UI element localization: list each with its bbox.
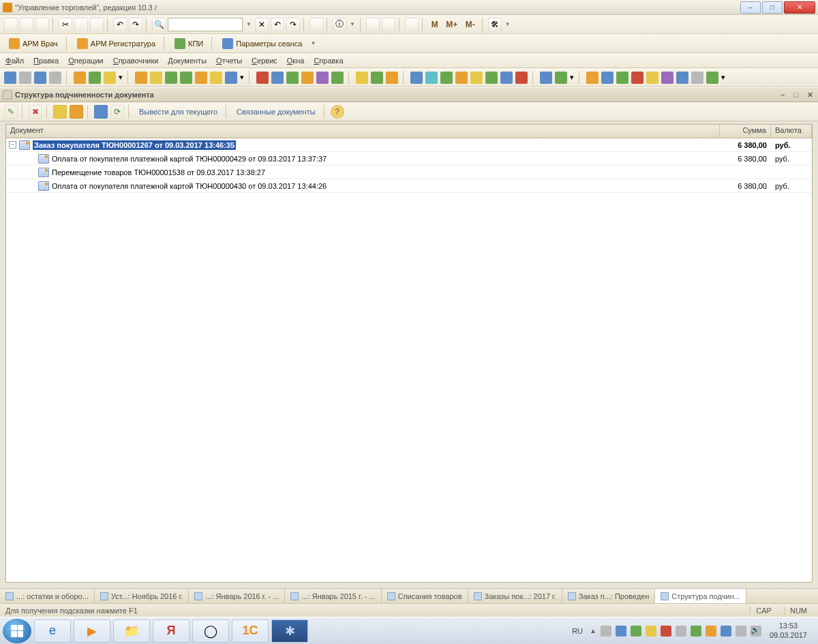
window-tab[interactable]: ...: Январь 2015 г. - ... [285, 589, 381, 603]
save-icon[interactable] [35, 18, 49, 31]
toolbar-icon[interactable] [631, 72, 643, 84]
language-indicator[interactable]: RU [569, 627, 586, 635]
tray-icon[interactable] [646, 626, 656, 637]
paste-icon[interactable] [90, 18, 104, 31]
delete-icon[interactable]: ✖ [29, 105, 42, 119]
window-tab[interactable]: Списания товаров [382, 589, 468, 603]
tray-clock[interactable]: 13:53 09.03.2017 [766, 622, 811, 639]
copy-icon[interactable] [74, 18, 88, 31]
toolbar-icon[interactable] [386, 72, 398, 84]
menu-reports[interactable]: Отчеты [216, 57, 242, 65]
window-tab[interactable]: Заказы пок...: 2017 г. [468, 589, 562, 603]
tree-toggle-icon[interactable]: − [9, 141, 16, 149]
menu-edit[interactable]: Правка [33, 57, 59, 65]
calendar-icon[interactable] [382, 18, 395, 31]
toolbar-icon[interactable] [210, 72, 222, 84]
toolbar-icon[interactable] [19, 72, 31, 84]
toolbar-icon[interactable] [225, 72, 237, 84]
menu-file[interactable]: Файл [5, 57, 24, 65]
related-docs-button[interactable]: Связанные документы [232, 108, 320, 116]
window-tab[interactable]: ...: Январь 2016 г. - ... [189, 589, 285, 603]
redo-icon[interactable]: ↷ [129, 18, 142, 31]
tray-icon[interactable] [661, 626, 671, 637]
taskbar-explorer-icon[interactable]: 📁 [113, 619, 150, 643]
taskbar-chrome-icon[interactable]: ◯ [192, 619, 229, 643]
grid-body[interactable]: −Заказ покупателя ТЮН00001267 от 09.03.2… [6, 138, 812, 582]
toolbar-icon[interactable] [601, 72, 614, 84]
info-icon[interactable]: ⓘ [333, 18, 346, 31]
menu-windows[interactable]: Окна [287, 57, 305, 65]
toolbar-icon[interactable] [440, 72, 453, 84]
import-icon[interactable] [70, 105, 83, 119]
show-current-button[interactable]: Вывести для текущего [135, 108, 222, 116]
export-icon[interactable] [53, 105, 67, 119]
clear-search-icon[interactable]: ✕ [255, 18, 269, 31]
toolbar-icon[interactable] [500, 72, 513, 84]
table-row[interactable]: Оплата от покупателя платежной картой ТЮ… [6, 179, 812, 193]
menu-service[interactable]: Сервис [252, 57, 277, 65]
arm-registry-button[interactable]: АРМ Регистратура [72, 36, 160, 51]
toolbar-icon[interactable] [256, 72, 269, 84]
nav-fwd-icon[interactable]: ↷ [286, 18, 300, 31]
search-icon[interactable]: 🔍 [152, 18, 166, 31]
menu-directories[interactable]: Справочники [113, 57, 159, 65]
toolbar-icon[interactable] [286, 72, 299, 84]
maximize-button[interactable]: □ [762, 1, 783, 14]
taskbar-ie-icon[interactable]: e [34, 619, 71, 643]
menu-operations[interactable]: Операции [68, 57, 103, 65]
tray-icon[interactable] [676, 626, 686, 637]
toolbar-icon[interactable] [331, 72, 344, 84]
toolbar-icon[interactable] [195, 72, 207, 84]
tray-icon[interactable] [616, 626, 626, 637]
toolbar-icon[interactable] [425, 72, 438, 84]
menu-documents[interactable]: Документы [168, 57, 207, 65]
new-icon[interactable] [4, 18, 18, 31]
toolbar-icon[interactable] [616, 72, 628, 84]
search-input[interactable] [168, 18, 243, 31]
toolbar-icon[interactable] [316, 72, 329, 84]
tray-icon[interactable] [631, 626, 641, 637]
toolbar-icon[interactable] [180, 72, 192, 84]
calc-icon[interactable] [366, 18, 380, 31]
arm-doctor-button[interactable]: АРМ Врач [4, 36, 63, 51]
toolbar-icon[interactable] [271, 72, 284, 84]
table-row[interactable]: Перемещение товаров ТЮН00001538 от 09.03… [6, 166, 812, 179]
panel-minimize-icon[interactable]: – [777, 90, 788, 99]
start-button[interactable] [3, 619, 31, 643]
toolbar-icon[interactable] [706, 72, 718, 84]
tray-volume-icon[interactable]: 🔊 [751, 626, 761, 637]
toolbar-icon[interactable] [150, 72, 162, 84]
column-sum[interactable]: Сумма [720, 125, 771, 138]
window-tab[interactable]: ...: остатки и оборо... [0, 589, 95, 603]
menu-help[interactable]: Справка [314, 57, 343, 65]
tray-network-icon[interactable] [736, 626, 746, 637]
window-tab[interactable]: Уст...: Ноябрь 2016 г. [95, 589, 189, 603]
toolbar-icon[interactable] [301, 72, 314, 84]
window-tab[interactable]: Структура подчин... [655, 589, 746, 603]
toolbar-icon[interactable] [371, 72, 383, 84]
toolbar-icon[interactable] [165, 72, 177, 84]
cut-icon[interactable]: ✂ [59, 18, 72, 31]
refresh-icon[interactable]: ⟳ [110, 105, 124, 119]
toolbar-icon[interactable] [410, 72, 423, 84]
toolbar-icon[interactable] [676, 72, 688, 84]
column-currency[interactable]: Валюта [771, 125, 812, 138]
toolbar-icon[interactable] [470, 72, 483, 84]
kpi-button[interactable]: КПИ [170, 36, 208, 51]
toolbar-icon[interactable] [34, 72, 46, 84]
window-icon[interactable] [309, 18, 323, 31]
toolbar-icon[interactable] [485, 72, 498, 84]
toolbar-icon[interactable] [356, 72, 368, 84]
close-button[interactable]: ✕ [784, 1, 815, 14]
help-icon[interactable]: ? [331, 105, 344, 119]
toolbar-icon[interactable] [691, 72, 703, 84]
minimize-button[interactable]: – [740, 1, 761, 14]
toolbar-icon[interactable] [4, 72, 16, 84]
tray-expand-icon[interactable]: ▲ [590, 627, 596, 634]
memory-m-button[interactable]: M [428, 18, 442, 31]
tray-icon[interactable] [601, 626, 611, 637]
tools-icon[interactable]: 🛠 [488, 18, 502, 31]
tray-icon[interactable] [706, 626, 716, 637]
column-doc[interactable]: Документ [6, 125, 720, 138]
toolbar-icon[interactable] [135, 72, 147, 84]
